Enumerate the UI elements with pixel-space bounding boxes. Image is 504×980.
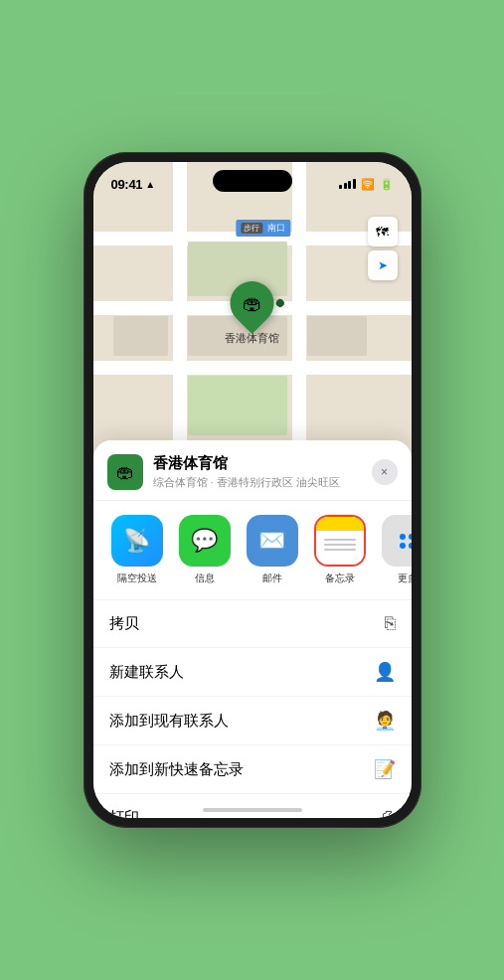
action-print[interactable]: 打印 🖨 xyxy=(93,794,412,818)
venue-info: 香港体育馆 综合体育馆 · 香港特别行政区 油尖旺区 xyxy=(153,454,372,490)
status-icons: 🛜 🔋 xyxy=(339,178,394,191)
print-label: 打印 xyxy=(109,808,139,818)
share-message[interactable]: 💬 信息 xyxy=(175,515,235,585)
action-list: 拷贝 ⎘ 新建联系人 👤 添加到现有联系人 🧑‍💼 添加到新快速备忘录 📝 打印 xyxy=(93,600,412,818)
dynamic-island xyxy=(213,170,292,192)
signal-icon xyxy=(339,179,356,189)
map-type-button[interactable]: 🗺 xyxy=(368,217,398,246)
map-label: 步行 南口 xyxy=(236,220,291,237)
map-area: 步行 南口 🗺 ➤ 🏟 香港体育馆 xyxy=(93,162,412,470)
location-pin-container: 🏟 香港体育馆 xyxy=(225,281,279,346)
battery-icon: 🔋 xyxy=(380,178,394,191)
share-notes[interactable]: 备忘录 xyxy=(310,515,370,585)
note-icon: 📝 xyxy=(374,758,396,780)
share-row: 📡 隔空投送 💬 信息 ✉️ 邮件 xyxy=(93,501,412,600)
share-mail[interactable]: ✉️ 邮件 xyxy=(243,515,302,585)
share-more[interactable]: 更多 xyxy=(378,515,412,585)
bottom-sheet: 🏟 香港体育馆 综合体育馆 · 香港特别行政区 油尖旺区 × 📡 隔空投送 xyxy=(93,440,412,818)
print-icon: 🖨 xyxy=(378,807,396,818)
person-add-icon: 🧑‍💼 xyxy=(374,710,396,732)
person-icon: 👤 xyxy=(374,661,396,683)
action-new-contact[interactable]: 新建联系人 👤 xyxy=(93,648,412,697)
airdrop-label: 隔空投送 xyxy=(117,572,157,585)
close-button[interactable]: × xyxy=(372,459,398,485)
share-airdrop[interactable]: 📡 隔空投送 xyxy=(107,515,167,585)
location-arrow-icon: ▲ xyxy=(145,179,155,190)
more-icon xyxy=(382,515,412,567)
phone-screen: 09:41 ▲ 🛜 🔋 xyxy=(93,162,412,818)
sheet-header: 🏟 香港体育馆 综合体育馆 · 香港特别行政区 油尖旺区 × xyxy=(93,440,412,501)
mail-icon: ✉️ xyxy=(247,515,298,567)
location-pin: 🏟 xyxy=(221,272,282,334)
copy-label: 拷贝 xyxy=(109,614,139,633)
message-icon: 💬 xyxy=(179,515,231,567)
action-copy[interactable]: 拷贝 ⎘ xyxy=(93,600,412,648)
message-label: 信息 xyxy=(195,572,215,585)
mail-label: 邮件 xyxy=(262,572,282,585)
quick-note-label: 添加到新快速备忘录 xyxy=(109,760,244,779)
phone-frame: 09:41 ▲ 🛜 🔋 xyxy=(84,152,421,828)
home-indicator xyxy=(203,808,302,812)
venue-desc: 综合体育馆 · 香港特别行政区 油尖旺区 xyxy=(153,475,372,490)
airdrop-icon: 📡 xyxy=(111,515,163,567)
action-add-existing[interactable]: 添加到现有联系人 🧑‍💼 xyxy=(93,697,412,745)
map-controls: 🗺 ➤ xyxy=(368,217,398,280)
venue-pin-icon: 🏟 xyxy=(243,292,262,315)
copy-icon: ⎘ xyxy=(385,613,396,634)
new-contact-label: 新建联系人 xyxy=(109,663,184,682)
more-label: 更多 xyxy=(398,572,412,585)
wifi-icon: 🛜 xyxy=(361,178,375,191)
location-button[interactable]: ➤ xyxy=(368,250,398,280)
action-quick-note[interactable]: 添加到新快速备忘录 📝 xyxy=(93,745,412,794)
status-time: 09:41 xyxy=(111,177,143,192)
notes-icon-container xyxy=(314,515,366,567)
venue-name: 香港体育馆 xyxy=(153,454,372,473)
venue-icon: 🏟 xyxy=(107,454,143,490)
notes-label: 备忘录 xyxy=(325,572,355,585)
add-existing-label: 添加到现有联系人 xyxy=(109,712,229,731)
notes-icon xyxy=(316,517,364,565)
